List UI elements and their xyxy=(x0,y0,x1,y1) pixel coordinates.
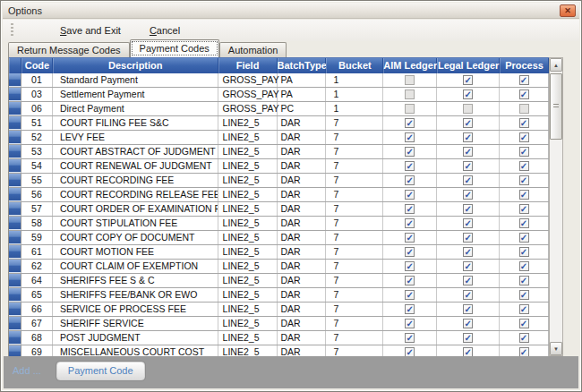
cell-field[interactable]: LINE2_5 xyxy=(218,217,278,230)
cell-bucket[interactable]: 7 xyxy=(326,202,383,216)
cell-batchtype[interactable]: DAR xyxy=(278,217,327,230)
cell-field[interactable]: LINE2_5 xyxy=(218,317,278,330)
cell-description[interactable]: COURT RECORDING RELEASE FEE xyxy=(53,188,218,201)
cell-code[interactable]: 55 xyxy=(21,174,53,187)
table-row[interactable]: 03 Settlement Payment GROSS_PAY PA 1 ✓ ✓ xyxy=(9,88,549,102)
cell-code[interactable]: 01 xyxy=(21,73,53,87)
cell-description[interactable]: Standard Payment xyxy=(53,73,218,87)
table-row[interactable]: 62 COURT CLAIM OF EXEMPTION LINE2_5 DAR … xyxy=(9,260,549,274)
cell-bucket[interactable]: 7 xyxy=(326,245,383,259)
row-indicator[interactable] xyxy=(9,274,21,287)
process-checkbox[interactable]: ✓ xyxy=(519,175,529,185)
cell-field[interactable]: LINE2_5 xyxy=(218,303,278,316)
legal-ledger-checkbox[interactable]: ✓ xyxy=(463,132,473,142)
row-indicator[interactable] xyxy=(9,331,21,345)
cell-bucket[interactable]: 1 xyxy=(326,102,383,115)
payment-code-button[interactable]: Payment Code xyxy=(56,362,145,380)
tab-return-message-codes[interactable]: Return Message Codes xyxy=(8,42,130,57)
row-indicator[interactable] xyxy=(9,303,21,316)
process-checkbox[interactable]: ✓ xyxy=(519,290,529,300)
legal-ledger-checkbox[interactable]: ✓ xyxy=(463,89,473,99)
legal-ledger-checkbox[interactable]: ✓ xyxy=(463,218,473,228)
cell-field[interactable]: LINE2_5 xyxy=(218,260,278,273)
process-checkbox[interactable]: ✓ xyxy=(519,333,529,343)
aim-ledger-checkbox[interactable]: ✓ xyxy=(405,218,415,228)
cell-batchtype[interactable]: DAR xyxy=(278,288,327,302)
header-bucket[interactable]: Bucket xyxy=(326,58,383,73)
aim-ledger-checkbox[interactable]: ✓ xyxy=(405,261,415,271)
table-row[interactable]: 01 Standard Payment GROSS_PAY PA 1 ✓ ✓ xyxy=(9,73,549,88)
row-indicator[interactable] xyxy=(9,288,21,302)
cell-batchtype[interactable]: DAR xyxy=(278,131,327,144)
table-row[interactable]: 55 COURT RECORDING FEE LINE2_5 DAR 7 ✓ ✓… xyxy=(9,174,549,188)
table-row[interactable]: 58 COURT STIPULATION FEE LINE2_5 DAR 7 ✓… xyxy=(9,217,549,231)
process-checkbox[interactable]: ✓ xyxy=(519,118,529,128)
cell-field[interactable]: LINE2_5 xyxy=(218,116,278,130)
cell-code[interactable]: 59 xyxy=(21,231,53,244)
process-checkbox[interactable]: ✓ xyxy=(519,247,529,257)
header-code[interactable]: Code xyxy=(21,58,53,73)
cell-bucket[interactable]: 7 xyxy=(326,331,383,345)
cell-field[interactable]: LINE2_5 xyxy=(218,231,278,244)
cell-description[interactable]: COURT MOTION FEE xyxy=(53,245,218,259)
legal-ledger-checkbox[interactable]: ✓ xyxy=(463,333,473,343)
legal-ledger-checkbox[interactable]: ✓ xyxy=(463,233,473,243)
cell-field[interactable]: LINE2_5 xyxy=(218,345,278,356)
aim-ledger-checkbox[interactable]: ✓ xyxy=(405,190,415,200)
row-indicator[interactable] xyxy=(9,116,21,130)
process-checkbox[interactable]: ✓ xyxy=(519,304,529,314)
row-indicator[interactable] xyxy=(9,260,21,273)
table-row[interactable]: 61 COURT MOTION FEE LINE2_5 DAR 7 ✓ ✓ ✓ xyxy=(9,245,549,260)
cell-bucket[interactable]: 7 xyxy=(326,303,383,316)
table-row[interactable]: 59 COURT COPY OF DOCUMENT LINE2_5 DAR 7 … xyxy=(9,231,549,245)
legal-ledger-checkbox[interactable]: ✓ xyxy=(463,319,473,328)
scrollbar-thumb[interactable] xyxy=(550,73,562,140)
process-checkbox[interactable]: ✓ xyxy=(519,276,529,285)
aim-ledger-checkbox[interactable]: ✓ xyxy=(405,161,415,171)
legal-ledger-checkbox[interactable] xyxy=(463,104,473,114)
cell-code[interactable]: 03 xyxy=(21,88,53,101)
header-legal-ledger[interactable]: Legal Ledger xyxy=(437,58,500,73)
process-checkbox[interactable]: ✓ xyxy=(519,218,529,228)
cell-bucket[interactable]: 7 xyxy=(326,131,383,144)
row-indicator[interactable] xyxy=(9,102,21,115)
cell-field[interactable]: LINE2_5 xyxy=(218,145,278,158)
process-checkbox[interactable]: ✓ xyxy=(519,319,529,328)
process-checkbox[interactable]: ✓ xyxy=(519,89,529,99)
legal-ledger-checkbox[interactable]: ✓ xyxy=(463,118,473,128)
cell-code[interactable]: 62 xyxy=(21,260,53,273)
cell-field[interactable]: LINE2_5 xyxy=(218,131,278,144)
cell-batchtype[interactable]: DAR xyxy=(278,345,327,356)
header-field[interactable]: Field xyxy=(218,58,278,73)
cell-code[interactable]: 51 xyxy=(21,116,53,130)
cell-batchtype[interactable]: DAR xyxy=(278,145,327,158)
table-row[interactable]: 69 MISCELLANEOUS COURT COST LINE2_5 DAR … xyxy=(9,345,549,356)
scroll-down-icon[interactable]: ▼ xyxy=(550,342,562,355)
row-indicator[interactable] xyxy=(9,188,21,201)
process-checkbox[interactable]: ✓ xyxy=(519,75,529,85)
process-checkbox[interactable]: ✓ xyxy=(519,132,529,142)
cell-bucket[interactable]: 1 xyxy=(326,88,383,101)
cell-batchtype[interactable]: DAR xyxy=(278,174,327,187)
aim-ledger-checkbox[interactable]: ✓ xyxy=(405,290,415,300)
row-indicator[interactable] xyxy=(9,202,21,216)
table-row[interactable]: 66 SERVICE OF PROCESS FEE LINE2_5 DAR 7 … xyxy=(9,303,549,317)
cell-description[interactable]: MISCELLANEOUS COURT COST xyxy=(53,345,218,356)
cell-batchtype[interactable]: DAR xyxy=(278,159,327,173)
cell-bucket[interactable]: 7 xyxy=(326,288,383,302)
cell-field[interactable]: LINE2_5 xyxy=(218,274,278,287)
table-row[interactable]: 64 SHERIFFS FEE S & C LINE2_5 DAR 7 ✓ ✓ … xyxy=(9,274,549,288)
cell-bucket[interactable]: 7 xyxy=(326,231,383,244)
table-row[interactable]: 57 COURT ORDER OF EXAMINATION FEE LINE2_… xyxy=(9,202,549,217)
cell-batchtype[interactable]: DAR xyxy=(278,317,327,330)
menu-grip-handle[interactable] xyxy=(11,23,13,38)
cell-code[interactable]: 58 xyxy=(21,217,53,230)
legal-ledger-checkbox[interactable]: ✓ xyxy=(463,161,473,171)
aim-ledger-checkbox[interactable]: ✓ xyxy=(405,247,415,257)
process-checkbox[interactable]: ✓ xyxy=(519,161,529,171)
menu-item-cancel[interactable]: Cancel xyxy=(142,22,187,38)
cell-field[interactable]: LINE2_5 xyxy=(218,331,278,345)
cell-bucket[interactable]: 1 xyxy=(326,73,383,87)
legal-ledger-checkbox[interactable]: ✓ xyxy=(463,290,473,300)
legal-ledger-checkbox[interactable]: ✓ xyxy=(463,247,473,257)
